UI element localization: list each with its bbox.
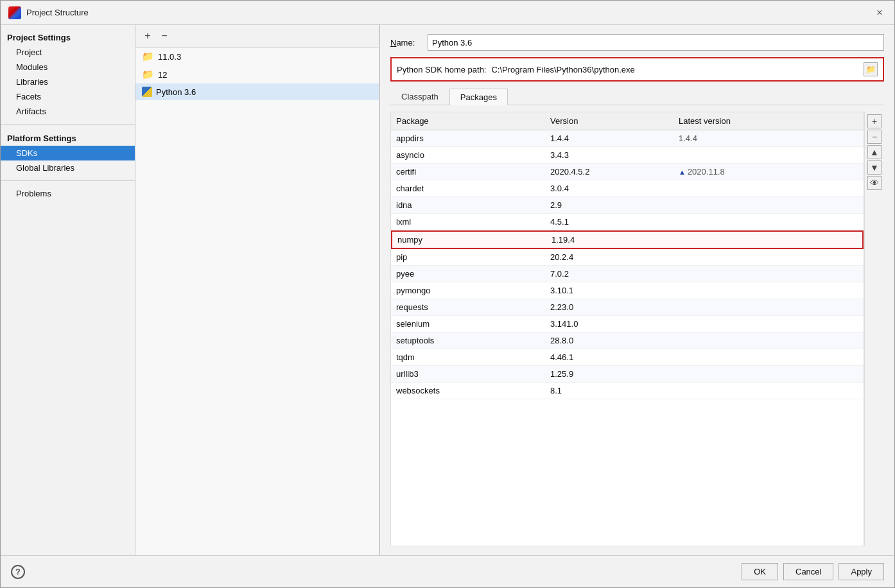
titlebar-left: Project Structure — [8, 6, 89, 19]
td-latest — [673, 340, 864, 342]
td-version: 3.4.3 — [545, 149, 673, 161]
scroll-up-button[interactable]: ▲ — [867, 145, 882, 159]
sdk-item-label: Python 3.6 — [156, 87, 196, 97]
th-version: Version — [545, 115, 673, 127]
sdk-path-input[interactable] — [491, 65, 858, 74]
packages-table: Package Version Latest version appdirs 1… — [390, 112, 864, 546]
sdk-toolbar: + − — [135, 25, 379, 48]
tab-packages[interactable]: Packages — [449, 89, 508, 105]
sidebar-item-project[interactable]: Project — [1, 45, 135, 60]
bottom-bar: ? OK Cancel Apply — [1, 555, 894, 587]
python-icon — [142, 87, 152, 97]
sidebar-divider-2 — [1, 180, 135, 181]
table-row[interactable]: pymongo 3.10.1 — [391, 282, 864, 299]
tabs-row: Classpath Packages — [390, 88, 884, 105]
project-settings-label: Project Settings — [1, 29, 135, 45]
td-package: websockets — [391, 385, 545, 397]
ok-button[interactable]: OK — [742, 563, 778, 580]
td-latest — [673, 154, 864, 157]
td-latest: ▲2020.11.8 — [673, 166, 864, 178]
sdk-list-area: + − 📁 11.0.3 📁 12 Python 3.6 — [135, 25, 379, 555]
td-latest — [673, 221, 864, 223]
help-button[interactable]: ? — [11, 565, 25, 579]
sdk-path-row: Python SDK home path: 📁 — [390, 57, 884, 82]
close-button[interactable]: × — [873, 6, 887, 20]
table-row[interactable]: tqdm 4.46.1 — [391, 349, 864, 366]
sidebar-item-artifacts[interactable]: Artifacts — [1, 104, 135, 119]
titlebar: Project Structure × — [1, 1, 894, 25]
sidebar-divider-1 — [1, 124, 135, 125]
td-latest — [675, 239, 862, 241]
detail-panel: Name: Python SDK home path: 📁 Classpath … — [380, 25, 894, 555]
table-row[interactable]: pyee 7.0.2 — [391, 266, 864, 282]
cancel-button[interactable]: Cancel — [783, 563, 833, 580]
td-version: 2.23.0 — [545, 301, 673, 313]
sidebar-item-global-libraries[interactable]: Global Libraries — [1, 160, 135, 175]
td-version: 20.2.4 — [545, 251, 673, 263]
table-row[interactable]: chardet 3.0.4 — [391, 180, 864, 197]
table-row[interactable]: idna 2.9 — [391, 197, 864, 214]
content-area: Project Settings Project Modules Librari… — [1, 25, 894, 555]
table-row[interactable]: urllib3 1.25.9 — [391, 366, 864, 383]
td-package: requests — [391, 301, 545, 313]
th-package: Package — [391, 115, 545, 127]
table-row-numpy[interactable]: numpy 1.19.4 — [391, 230, 864, 249]
add-sdk-button[interactable]: + — [141, 29, 155, 43]
sidebar-item-sdks[interactable]: SDKs — [1, 146, 135, 160]
window-title: Project Structure — [26, 8, 89, 17]
td-latest — [673, 290, 864, 292]
table-row[interactable]: appdirs 1.4.4 1.4.4 — [391, 130, 864, 147]
add-package-button[interactable]: + — [867, 114, 882, 128]
table-row[interactable]: pip 20.2.4 — [391, 249, 864, 266]
right-actions: + − ▲ ▼ 👁 — [864, 112, 884, 546]
table-row[interactable]: certifi 2020.4.5.2 ▲2020.11.8 — [391, 164, 864, 180]
table-row[interactable]: setuptools 28.8.0 — [391, 333, 864, 349]
sdk-item-label: 11.0.3 — [158, 52, 181, 62]
apply-button[interactable]: Apply — [839, 563, 884, 580]
td-package: setuptools — [391, 334, 545, 347]
td-version: 8.1 — [545, 385, 673, 397]
view-button[interactable]: 👁 — [867, 176, 882, 190]
td-version: 3.0.4 — [545, 182, 673, 195]
name-label: Name: — [390, 38, 422, 48]
table-row[interactable]: requests 2.23.0 — [391, 299, 864, 316]
remove-package-button[interactable]: − — [867, 130, 882, 144]
td-version: 1.25.9 — [545, 368, 673, 380]
td-version: 1.19.4 — [546, 234, 675, 246]
td-package: lxml — [391, 216, 545, 228]
scroll-down-button[interactable]: ▼ — [867, 160, 882, 175]
name-row: Name: — [390, 34, 884, 51]
name-input[interactable] — [428, 34, 884, 51]
table-row[interactable]: selenium 3.141.0 — [391, 316, 864, 333]
sdk-item-label: 12 — [158, 70, 167, 80]
td-package: certifi — [391, 166, 545, 178]
sidebar-item-facets[interactable]: Facets — [1, 89, 135, 104]
td-package: appdirs — [391, 132, 545, 144]
sidebar-item-problems[interactable]: Problems — [1, 186, 135, 201]
table-row[interactable]: asyncio 3.4.3 — [391, 147, 864, 164]
td-latest — [673, 323, 864, 325]
list-item-11-0-3[interactable]: 📁 11.0.3 — [135, 48, 379, 65]
table-row[interactable]: websockets 8.1 — [391, 383, 864, 399]
table-row[interactable]: lxml 4.5.1 — [391, 214, 864, 230]
folder-icon: 📁 — [142, 51, 154, 62]
td-version: 2.9 — [545, 199, 673, 211]
td-version: 3.10.1 — [545, 284, 673, 297]
th-latest: Latest version — [673, 115, 864, 127]
sdk-path-label: Python SDK home path: — [397, 65, 486, 74]
folder-icon: 📁 — [142, 69, 154, 80]
list-item-12[interactable]: 📁 12 — [135, 65, 379, 83]
project-structure-window: Project Structure × Project Settings Pro… — [0, 0, 895, 588]
td-version: 28.8.0 — [545, 334, 673, 347]
tab-classpath[interactable]: Classpath — [390, 88, 449, 105]
td-package: tqdm — [391, 351, 545, 363]
sidebar-item-libraries[interactable]: Libraries — [1, 74, 135, 89]
table-header: Package Version Latest version — [391, 112, 864, 130]
browse-button[interactable]: 📁 — [864, 62, 878, 76]
sidebar-item-modules[interactable]: Modules — [1, 60, 135, 74]
sdk-list: 📁 11.0.3 📁 12 Python 3.6 — [135, 48, 379, 555]
upgrade-arrow-icon: ▲ — [679, 168, 686, 176]
list-item-python36[interactable]: Python 3.6 — [135, 83, 379, 100]
remove-sdk-button[interactable]: − — [157, 29, 171, 43]
td-latest — [673, 187, 864, 190]
